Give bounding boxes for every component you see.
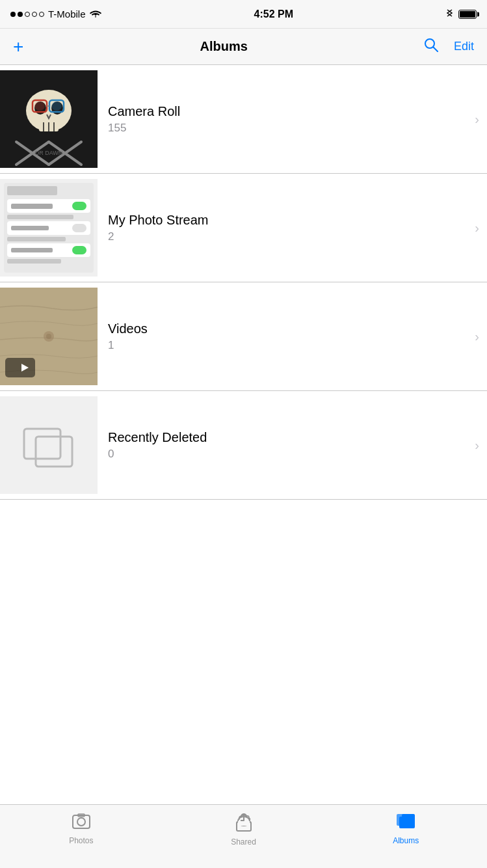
album-count: 2 (108, 230, 464, 243)
chevron-icon: › (475, 112, 479, 127)
album-count: 0 (108, 448, 464, 461)
album-info-photo-stream: My Photo Stream 2 (98, 213, 475, 243)
chevron-icon: › (475, 438, 479, 453)
album-item-photo-stream[interactable]: My Photo Stream 2 › (0, 174, 487, 282)
album-item-camera-roll[interactable]: DR DAWN Camera Roll 155 › (0, 65, 487, 174)
add-album-button[interactable]: + (10, 35, 26, 59)
svg-point-10 (51, 102, 62, 111)
svg-rect-32 (238, 821, 250, 826)
dot-3 (25, 12, 30, 17)
svg-rect-23 (5, 358, 35, 377)
signal-strength (10, 12, 44, 17)
album-list: DR DAWN Camera Roll 155 › (0, 65, 487, 500)
battery-indicator (458, 10, 477, 19)
album-item-recently-deleted[interactable]: Recently Deleted 0 › (0, 391, 487, 500)
album-thumbnail-camera-roll: DR DAWN (0, 70, 98, 168)
album-item-videos[interactable]: Videos 1 › (0, 282, 487, 391)
photos-icon (72, 813, 91, 834)
shared-icon (234, 813, 254, 835)
svg-point-9 (34, 102, 45, 111)
album-info-videos: Videos 1 (98, 321, 475, 352)
wifi-icon (90, 8, 101, 20)
tab-albums[interactable]: Albums (324, 810, 487, 845)
bluetooth-icon (446, 8, 453, 20)
dot-1 (10, 12, 16, 17)
album-name: My Photo Stream (108, 213, 464, 228)
svg-text:DR DAWN: DR DAWN (35, 150, 63, 156)
album-thumbnail-photo-stream (0, 179, 98, 277)
album-info-camera-roll: Camera Roll 155 (98, 104, 475, 135)
status-bar: T-Mobile 4:52 PM (0, 0, 487, 29)
edit-button[interactable]: Edit (451, 37, 477, 56)
chevron-icon: › (475, 221, 479, 236)
dot-5 (39, 12, 44, 17)
nav-actions: Edit (421, 35, 477, 59)
album-name: Recently Deleted (108, 430, 464, 445)
nav-bar: + Albums Edit (0, 29, 487, 65)
tab-shared[interactable]: Shared (163, 810, 325, 847)
album-thumbnail-videos (0, 288, 98, 385)
tab-photos[interactable]: Photos (0, 810, 163, 845)
nav-title: Albums (200, 39, 247, 54)
carrier-name: T-Mobile (48, 8, 86, 20)
svg-point-28 (77, 818, 85, 826)
svg-rect-26 (36, 437, 72, 467)
svg-point-22 (46, 334, 51, 339)
status-time: 4:52 PM (254, 8, 293, 20)
album-name: Camera Roll (108, 104, 464, 119)
shared-tab-label: Shared (231, 837, 256, 847)
photos-tab-label: Photos (69, 836, 93, 845)
svg-line-1 (433, 47, 438, 51)
album-info-recently-deleted: Recently Deleted 0 (98, 430, 475, 461)
albums-tab-label: Albums (393, 836, 419, 845)
album-count: 155 (108, 122, 464, 135)
album-name: Videos (108, 321, 464, 336)
content-area: DR DAWN Camera Roll 155 › (0, 65, 487, 804)
status-right (446, 8, 477, 20)
wood-texture (0, 288, 98, 385)
svg-rect-25 (24, 429, 60, 459)
dot-4 (32, 12, 37, 17)
tab-bar: Photos Shared Al (0, 804, 487, 868)
album-count: 1 (108, 339, 464, 352)
status-left: T-Mobile (10, 8, 101, 20)
chevron-icon: › (475, 329, 479, 344)
albums-icon (395, 813, 416, 834)
search-button[interactable] (421, 35, 441, 59)
dot-2 (18, 12, 23, 17)
svg-rect-35 (402, 814, 415, 828)
album-thumbnail-recently-deleted (0, 396, 98, 494)
